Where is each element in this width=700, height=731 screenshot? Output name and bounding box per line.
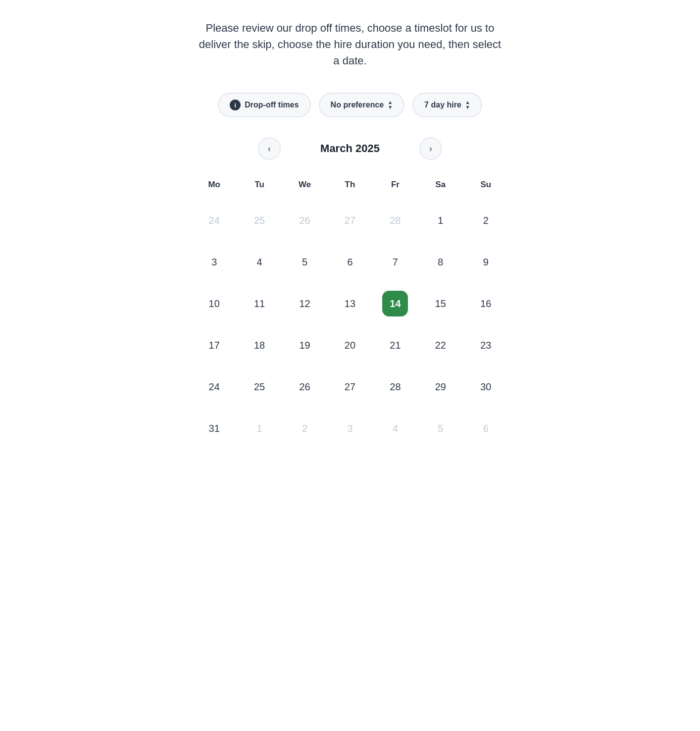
day-number[interactable]: 3 xyxy=(201,249,227,275)
day-cell: 4 xyxy=(237,241,282,283)
day-number[interactable]: 8 xyxy=(428,249,453,275)
day-header-su: Su xyxy=(463,176,508,200)
day-number: 3 xyxy=(337,416,363,441)
intro-text: Please review our drop off times, choose… xyxy=(197,20,503,69)
calendar-header: ‹ March 2025 › xyxy=(192,137,508,160)
day-number[interactable]: 1 xyxy=(428,208,453,233)
preference-selector[interactable]: No preference ▲▼ xyxy=(319,93,405,117)
day-cell: 4 xyxy=(373,408,418,449)
day-cell: 25 xyxy=(237,366,282,408)
page-container: Please review our drop off times, choose… xyxy=(177,20,523,449)
day-header-mo: Mo xyxy=(192,176,237,200)
day-number[interactable]: 26 xyxy=(292,374,318,400)
day-header-fr: Fr xyxy=(373,176,418,200)
day-cell: 5 xyxy=(418,408,463,449)
day-cell: 31 xyxy=(192,408,237,449)
day-cell: 3 xyxy=(192,241,237,283)
day-number[interactable]: 22 xyxy=(428,332,453,358)
prev-icon: ‹ xyxy=(268,144,271,154)
day-cell: 27 xyxy=(327,200,372,241)
day-cell: 14 xyxy=(373,283,418,324)
day-number[interactable]: 25 xyxy=(247,374,272,400)
day-number: 4 xyxy=(382,416,408,441)
day-number[interactable]: 31 xyxy=(201,416,227,441)
day-cell: 22 xyxy=(418,324,463,366)
day-number: 1 xyxy=(247,416,272,441)
info-icon: i xyxy=(230,100,241,110)
day-number[interactable]: 2 xyxy=(473,208,499,233)
day-header-we: We xyxy=(282,176,327,200)
day-cell: 29 xyxy=(418,366,463,408)
day-number[interactable]: 30 xyxy=(473,374,499,400)
preference-label: No preference xyxy=(331,101,384,109)
day-number[interactable]: 16 xyxy=(473,291,499,316)
day-cell: 28 xyxy=(373,366,418,408)
day-cell: 5 xyxy=(282,241,327,283)
day-cell: 30 xyxy=(463,366,508,408)
day-cell: 26 xyxy=(282,366,327,408)
day-number[interactable]: 21 xyxy=(382,332,408,358)
day-cell: 25 xyxy=(237,200,282,241)
day-cell: 24 xyxy=(192,200,237,241)
day-cell: 9 xyxy=(463,241,508,283)
day-number: 27 xyxy=(337,208,363,233)
month-title: March 2025 xyxy=(320,142,380,155)
day-number[interactable]: 19 xyxy=(292,332,318,358)
day-number[interactable]: 9 xyxy=(473,249,499,275)
day-cell: 16 xyxy=(463,283,508,324)
day-number[interactable]: 20 xyxy=(337,332,363,358)
controls-bar: i Drop-off times No preference ▲▼ 7 day … xyxy=(218,93,482,117)
day-cell: 15 xyxy=(418,283,463,324)
day-cell: 7 xyxy=(373,241,418,283)
day-number: 25 xyxy=(247,208,272,233)
day-number: 24 xyxy=(201,208,227,233)
dropoff-times-button[interactable]: i Drop-off times xyxy=(218,93,310,117)
day-cell: 20 xyxy=(327,324,372,366)
day-number[interactable]: 14 xyxy=(382,291,408,316)
calendar-grid: Mo Tu We Th Fr Sa Su 2425262728123456789… xyxy=(192,176,508,449)
day-number[interactable]: 23 xyxy=(473,332,499,358)
day-number[interactable]: 4 xyxy=(247,249,272,275)
calendar: ‹ March 2025 › Mo Tu We Th Fr Sa Su 2425… xyxy=(192,137,508,449)
day-number: 2 xyxy=(292,416,318,441)
day-number: 6 xyxy=(473,416,499,441)
day-cell: 1 xyxy=(418,200,463,241)
day-cell: 13 xyxy=(327,283,372,324)
day-number[interactable]: 7 xyxy=(382,249,408,275)
day-cell: 3 xyxy=(327,408,372,449)
day-number[interactable]: 28 xyxy=(382,374,408,400)
day-cell: 2 xyxy=(282,408,327,449)
day-number[interactable]: 11 xyxy=(247,291,272,316)
day-cell: 28 xyxy=(373,200,418,241)
next-month-button[interactable]: › xyxy=(419,137,442,160)
day-number: 28 xyxy=(382,208,408,233)
day-number[interactable]: 13 xyxy=(337,291,363,316)
day-number[interactable]: 18 xyxy=(247,332,272,358)
day-number[interactable]: 12 xyxy=(292,291,318,316)
day-number[interactable]: 29 xyxy=(428,374,453,400)
day-number: 26 xyxy=(292,208,318,233)
preference-arrows-icon: ▲▼ xyxy=(388,100,393,110)
day-cell: 11 xyxy=(237,283,282,324)
hire-duration-selector[interactable]: 7 day hire ▲▼ xyxy=(412,93,482,117)
day-cell: 21 xyxy=(373,324,418,366)
day-header-sa: Sa xyxy=(418,176,463,200)
day-cell: 27 xyxy=(327,366,372,408)
day-number[interactable]: 24 xyxy=(201,374,227,400)
day-cell: 18 xyxy=(237,324,282,366)
day-number[interactable]: 10 xyxy=(201,291,227,316)
day-cell: 6 xyxy=(463,408,508,449)
day-cell: 19 xyxy=(282,324,327,366)
day-cell: 10 xyxy=(192,283,237,324)
day-number[interactable]: 15 xyxy=(428,291,453,316)
day-number[interactable]: 17 xyxy=(201,332,227,358)
day-header-th: Th xyxy=(327,176,372,200)
day-number[interactable]: 27 xyxy=(337,374,363,400)
day-cell: 2 xyxy=(463,200,508,241)
day-number[interactable]: 5 xyxy=(292,249,318,275)
day-number[interactable]: 6 xyxy=(337,249,363,275)
day-cell: 1 xyxy=(237,408,282,449)
next-icon: › xyxy=(429,144,432,154)
day-cell: 8 xyxy=(418,241,463,283)
prev-month-button[interactable]: ‹ xyxy=(258,137,281,160)
